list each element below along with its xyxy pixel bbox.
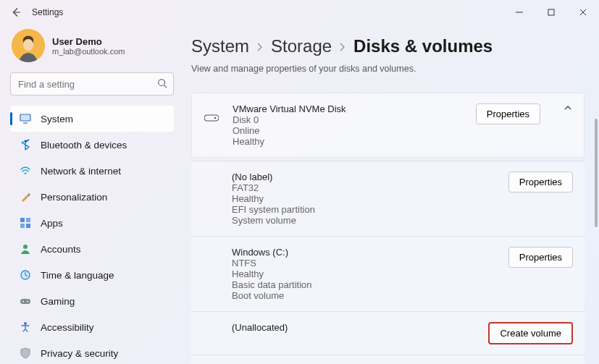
system-icon <box>19 112 32 125</box>
breadcrumb-item[interactable]: System <box>191 36 249 56</box>
svg-rect-8 <box>26 224 30 228</box>
svg-point-16 <box>214 117 216 119</box>
partition-line: Basic data partition <box>232 279 495 290</box>
minimize-button[interactable] <box>503 0 535 25</box>
disk-title: VMware Virtual NVMe Disk <box>233 103 463 114</box>
svg-rect-5 <box>20 218 25 222</box>
partition-row[interactable]: (No label) NTFS Healthy Microsoft recove… <box>191 355 585 364</box>
sidebar: User Demo m_lab@outlook.com System Bluet… <box>0 25 181 364</box>
breadcrumb-current: Disks & volumes <box>353 36 493 56</box>
sidebar-item-label: Bluetooth & devices <box>41 140 127 151</box>
svg-point-9 <box>23 245 28 249</box>
back-button[interactable] <box>9 5 23 20</box>
partition-line: NTFS <box>232 258 495 268</box>
svg-rect-4 <box>20 114 30 121</box>
partition-title: Windows (C:) <box>232 247 495 258</box>
svg-point-13 <box>27 301 28 302</box>
sidebar-item-system[interactable]: System <box>10 106 174 132</box>
partition-line: Healthy <box>232 193 495 204</box>
apps-icon <box>19 216 32 229</box>
sidebar-item-time[interactable]: Time & language <box>10 262 174 288</box>
partition-title: (No label) <box>232 172 495 182</box>
page-subtitle: View and manage properties of your disks… <box>191 64 585 74</box>
avatar <box>12 29 45 62</box>
sidebar-item-label: Apps <box>41 218 63 229</box>
clock-icon <box>19 268 32 282</box>
accessibility-icon <box>19 321 32 334</box>
user-card[interactable]: User Demo m_lab@outlook.com <box>10 29 174 62</box>
disk-line: Online <box>233 125 463 136</box>
properties-button[interactable]: Properties <box>476 103 540 124</box>
sidebar-item-accessibility[interactable]: Accessibility <box>10 314 174 340</box>
maximize-button[interactable] <box>535 0 567 25</box>
create-volume-button[interactable]: Create volume <box>488 322 573 344</box>
sidebar-item-network[interactable]: Network & internet <box>10 158 174 184</box>
sidebar-item-accounts[interactable]: Accounts <box>10 236 174 262</box>
user-email: m_lab@outlook.com <box>52 47 125 56</box>
svg-rect-11 <box>20 299 30 304</box>
svg-point-3 <box>159 80 165 86</box>
sidebar-item-gaming[interactable]: Gaming <box>10 288 174 314</box>
svg-point-14 <box>24 322 27 325</box>
partition-row[interactable]: Windows (C:) NTFS Healthy Basic data par… <box>191 236 585 311</box>
disk-icon <box>204 103 219 122</box>
properties-button[interactable]: Properties <box>508 247 573 268</box>
search-icon <box>157 78 167 90</box>
partition-line: System volume <box>232 215 495 226</box>
gaming-icon <box>19 295 32 308</box>
disk-line: Disk 0 <box>233 114 463 125</box>
sidebar-item-label: Privacy & security <box>41 348 118 359</box>
svg-point-2 <box>23 39 33 51</box>
shield-icon <box>19 347 32 360</box>
close-button[interactable] <box>567 0 599 25</box>
partition-line: EFI system partition <box>232 204 495 215</box>
svg-point-12 <box>22 301 24 302</box>
sidebar-item-label: Accounts <box>41 244 81 255</box>
sidebar-item-bluetooth[interactable]: Bluetooth & devices <box>10 132 174 158</box>
breadcrumb-item[interactable]: Storage <box>271 36 332 56</box>
svg-rect-0 <box>548 9 554 15</box>
bluetooth-icon <box>19 138 32 151</box>
partition-row[interactable]: (No label) FAT32 Healthy EFI system part… <box>191 161 585 236</box>
paint-icon <box>19 190 32 203</box>
disk-line: Healthy <box>233 136 463 147</box>
svg-rect-7 <box>20 224 25 228</box>
scrollbar[interactable] <box>595 119 598 227</box>
sidebar-item-label: Gaming <box>41 296 75 307</box>
breadcrumb: System Storage Disks & volumes <box>191 36 585 56</box>
sidebar-item-personalization[interactable]: Personalization <box>10 184 174 210</box>
sidebar-item-label: System <box>41 114 73 124</box>
chevron-right-icon <box>256 36 264 56</box>
wifi-icon <box>19 164 32 177</box>
properties-button[interactable]: Properties <box>508 172 573 192</box>
user-name: User Demo <box>52 36 125 47</box>
partition-title: (Unallocated) <box>232 322 475 333</box>
chevron-right-icon <box>339 36 346 56</box>
svg-rect-15 <box>204 115 219 121</box>
sidebar-item-privacy[interactable]: Privacy & security <box>10 340 174 364</box>
partition-row-unallocated[interactable]: (Unallocated) Create volume <box>191 311 585 355</box>
title-bar: Settings <box>0 0 599 25</box>
window-title: Settings <box>32 7 63 17</box>
disk-row[interactable]: VMware Virtual NVMe Disk Disk 0 Online H… <box>191 93 585 158</box>
sidebar-item-label: Network & internet <box>41 166 121 177</box>
main-content: System Storage Disks & volumes View and … <box>181 25 599 364</box>
sidebar-item-apps[interactable]: Apps <box>10 210 174 236</box>
partition-line: Healthy <box>232 268 495 279</box>
partition-line: FAT32 <box>232 182 495 193</box>
search-input[interactable] <box>10 72 174 96</box>
sidebar-item-label: Accessibility <box>41 322 94 333</box>
partition-line: Boot volume <box>232 290 495 301</box>
svg-rect-6 <box>26 218 30 222</box>
person-icon <box>19 242 32 255</box>
sidebar-item-label: Personalization <box>41 192 107 203</box>
sidebar-item-label: Time & language <box>41 270 114 281</box>
chevron-up-icon[interactable] <box>564 103 572 114</box>
